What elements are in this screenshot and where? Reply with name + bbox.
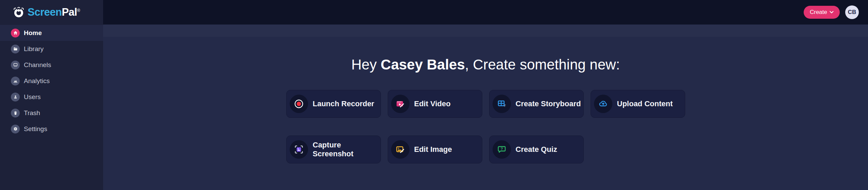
sidebar-item-trash[interactable]: Trash [0, 105, 103, 121]
edit-image-card[interactable]: Edit Image [388, 136, 482, 163]
sidebar-item-label: Home [24, 29, 42, 37]
sidebar-item-label: Analytics [24, 77, 50, 85]
capture-screenshot-card[interactable]: Capture Screenshot [286, 136, 381, 163]
card-label: Create Quiz [516, 145, 557, 154]
launch-recorder-card[interactable]: Launch Recorder [286, 90, 381, 118]
card-row-1: Launch Recorder Edit Video ✂ Create Stor… [286, 90, 685, 118]
card-label: Create Storyboard [516, 99, 581, 108]
gear-icon [11, 125, 20, 133]
logo-wordmark: ScreenPal® [28, 6, 80, 18]
sidebar-item-settings[interactable]: Settings [0, 121, 103, 137]
greeting-heading: Hey Casey Bales, Create something new: [103, 57, 868, 73]
svg-text:?: ? [500, 147, 503, 151]
card-label: Launch Recorder [313, 99, 374, 108]
sidebar-item-library[interactable]: Library [0, 41, 103, 57]
content-top-strip [103, 25, 868, 37]
screenpal-logo[interactable]: ScreenPal® [0, 0, 103, 25]
sidebar-item-users[interactable]: Users [0, 89, 103, 105]
sidebar-item-label: Settings [24, 125, 47, 133]
person-icon [11, 93, 20, 101]
storyboard-grid-icon: ✂ [493, 95, 511, 113]
card-label: Edit Video [414, 99, 451, 108]
topbar: Create CB [103, 0, 868, 25]
svg-text:✂: ✂ [502, 103, 507, 108]
user-avatar[interactable]: CB [845, 5, 859, 19]
sidebar-item-label: Channels [24, 61, 51, 69]
sidebar-nav: Home Library Channels Analytics Users [0, 25, 103, 137]
cloud-upload-icon [594, 95, 612, 113]
sidebar-item-label: Library [24, 45, 44, 53]
user-name: Casey Bales [381, 57, 465, 73]
card-label: Capture Screenshot [313, 141, 381, 158]
card-row-2: Capture Screenshot Edit Image ? Create Q… [286, 136, 685, 163]
sidebar-item-home[interactable]: Home [0, 25, 103, 41]
sidebar-item-analytics[interactable]: Analytics [0, 73, 103, 89]
sidebar-item-channels[interactable]: Channels [0, 57, 103, 73]
chevron-down-icon [830, 11, 834, 14]
create-button[interactable]: Create [804, 6, 840, 19]
sidebar-item-label: Trash [24, 109, 40, 117]
edit-video-icon [391, 95, 409, 113]
card-label: Upload Content [617, 99, 673, 108]
edit-video-card[interactable]: Edit Video [388, 90, 482, 118]
card-label: Edit Image [414, 145, 452, 154]
upload-content-card[interactable]: Upload Content [591, 90, 685, 118]
chart-icon [11, 77, 20, 85]
registered-mark: ® [77, 8, 80, 13]
quiz-bubble-icon: ? [493, 140, 511, 159]
folder-icon [11, 45, 20, 53]
action-cards: Launch Recorder Edit Video ✂ Create Stor… [286, 90, 685, 163]
trash-icon [11, 109, 20, 117]
main-content: Hey Casey Bales, Create something new: L… [103, 25, 868, 190]
sidebar-item-label: Users [24, 93, 41, 101]
record-icon [290, 95, 308, 113]
capture-screenshot-icon [290, 140, 308, 159]
screenpal-mascot-icon [13, 6, 25, 19]
edit-image-icon [391, 140, 409, 159]
monitor-icon [11, 61, 20, 69]
sidebar: ScreenPal® Home Library Channels Analyti… [0, 0, 103, 190]
create-quiz-card[interactable]: ? Create Quiz [489, 136, 584, 163]
home-icon [11, 29, 20, 37]
create-storyboard-card[interactable]: ✂ Create Storyboard [489, 90, 584, 118]
